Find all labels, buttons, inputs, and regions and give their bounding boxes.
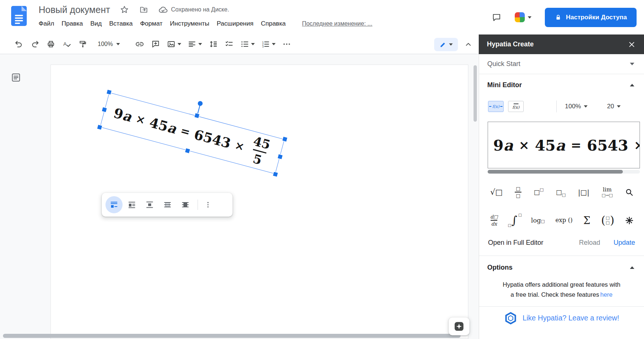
- checklist-button[interactable]: [224, 38, 234, 50]
- gear-icon: [625, 216, 634, 225]
- exp-symbol-button[interactable]: exp (): [555, 217, 572, 223]
- zoom-value: 100%: [98, 41, 113, 47]
- front-text-icon: [181, 200, 190, 209]
- more-options-button[interactable]: [282, 38, 292, 50]
- sum-symbol-button[interactable]: Σ: [583, 215, 591, 226]
- redo-button[interactable]: [30, 38, 40, 50]
- header-actions: Настройки Доступа: [492, 0, 637, 34]
- inline-equation-toggle[interactable]: f(x): [488, 101, 504, 112]
- chevron-down-icon: [272, 43, 276, 45]
- mini-editor-actions: Open in Full Editor Reload Update: [479, 239, 644, 247]
- lim-label: lim: [603, 187, 612, 192]
- absolute-value-symbol-button[interactable]: |□|: [578, 189, 589, 196]
- save-status-text: Сохранено на Диске.: [171, 6, 229, 13]
- paint-format-button[interactable]: [78, 38, 88, 50]
- wrap-inline-button[interactable]: [105, 196, 123, 213]
- options-section[interactable]: Options: [479, 256, 644, 279]
- menu-extensions[interactable]: Расширения: [213, 19, 257, 29]
- superscript-symbol-button[interactable]: □ □: [534, 189, 543, 195]
- preview-variable: a: [504, 136, 513, 154]
- menu-format[interactable]: Формат: [136, 19, 166, 29]
- symbol-search-button[interactable]: [625, 188, 634, 197]
- document-outline-icon: [11, 73, 21, 82]
- add-comment-button[interactable]: [151, 38, 160, 50]
- document-outline-button[interactable]: [10, 72, 22, 83]
- subscript-symbol-button[interactable]: □ □: [556, 189, 566, 195]
- open-full-editor-button[interactable]: Open in Full Editor: [488, 239, 543, 247]
- preview-scrollbar: [488, 170, 640, 174]
- close-icon: [628, 41, 635, 48]
- resize-handle-top-middle[interactable]: [195, 113, 199, 118]
- document-title[interactable]: Новый документ: [39, 4, 110, 15]
- vertical-scrollbar-thumb[interactable]: [474, 65, 477, 122]
- options-text-line1: Hypatia offers additional great features…: [502, 281, 620, 288]
- integral-symbol-button[interactable]: ∫ □ □: [508, 215, 520, 226]
- behind-text-icon: [163, 200, 172, 209]
- options-label: Options: [487, 264, 630, 271]
- print-button[interactable]: [46, 38, 56, 50]
- editor-zoom-select[interactable]: 100%: [565, 103, 588, 110]
- log-symbol-button[interactable]: log □: [531, 217, 545, 224]
- mini-editor-section[interactable]: Mini Editor: [479, 74, 644, 96]
- comment-history-icon[interactable]: [492, 13, 501, 22]
- save-status[interactable]: Сохранено на Диске.: [158, 5, 229, 14]
- bulleted-list-button[interactable]: [240, 38, 255, 50]
- editing-mode-button[interactable]: [434, 38, 458, 51]
- binomial-symbol-button[interactable]: ( □ □ ): [601, 215, 614, 226]
- share-button[interactable]: Настройки Доступа: [545, 8, 637, 27]
- menu-help[interactable]: Справка: [257, 19, 289, 29]
- hide-menus-button[interactable]: [463, 39, 474, 50]
- zoom-select[interactable]: 100%: [98, 41, 120, 47]
- sidebar-title: Hypatia Create: [487, 40, 627, 48]
- preview-scrollbar-thumb[interactable]: [488, 170, 623, 174]
- star-icon[interactable]: [120, 5, 129, 14]
- deriv-bar: [491, 220, 497, 221]
- menu-tools[interactable]: Инструменты: [166, 19, 213, 29]
- front-text-button[interactable]: [177, 196, 194, 213]
- undo-button[interactable]: [14, 38, 24, 50]
- wrap-text-button[interactable]: [123, 196, 140, 213]
- break-text-button[interactable]: [141, 196, 158, 213]
- docs-logo-icon[interactable]: [11, 6, 27, 26]
- spellcheck-button[interactable]: A: [62, 38, 72, 50]
- move-to-folder-icon[interactable]: [139, 5, 149, 14]
- integral-upper: □: [518, 213, 522, 217]
- menu-insert[interactable]: Вставка: [105, 19, 136, 29]
- editor-settings-button[interactable]: [625, 216, 634, 225]
- features-link[interactable]: here: [600, 291, 612, 298]
- limit-symbol-button[interactable]: lim □→□: [602, 187, 613, 197]
- display-equation-toggle[interactable]: f(x): [508, 101, 524, 112]
- search-icon: [625, 188, 634, 197]
- sparkle-fab-button[interactable]: [449, 317, 469, 335]
- numbered-list-button[interactable]: 1 2 3: [261, 38, 276, 50]
- chevron-down-icon: [528, 16, 531, 19]
- derivative-symbol-button[interactable]: d□ dx: [490, 214, 498, 227]
- toolbar: A 100%: [0, 34, 479, 54]
- quick-start-section[interactable]: Quick Start: [479, 54, 644, 74]
- sqrt-symbol-button[interactable]: √□: [490, 188, 502, 196]
- equation-preview[interactable]: 9a × 45a = 6543 ×: [488, 122, 640, 168]
- leave-review-link[interactable]: Like Hypatia? Leave a review!: [523, 314, 619, 322]
- chevron-up-icon: [630, 266, 634, 269]
- font-size-select[interactable]: 20: [607, 103, 621, 110]
- menu-file[interactable]: Файл: [35, 19, 58, 29]
- insert-image-button[interactable]: [167, 38, 181, 50]
- reload-button[interactable]: Reload: [579, 239, 600, 247]
- horizontal-scrollbar-thumb[interactable]: [3, 334, 461, 338]
- account-switcher[interactable]: [515, 12, 531, 22]
- close-sidebar-button[interactable]: [627, 40, 637, 49]
- insert-link-button[interactable]: [135, 38, 144, 50]
- controls-separator: [556, 101, 557, 112]
- frac-top: □: [516, 186, 520, 191]
- line-spacing-button[interactable]: [208, 38, 218, 50]
- menu-view[interactable]: Вид: [87, 19, 105, 29]
- fraction-denominator: 5: [249, 149, 266, 167]
- last-edit-link[interactable]: Последнее изменение: ...: [302, 20, 373, 27]
- preview-times: ×: [519, 138, 530, 152]
- behind-text-button[interactable]: [159, 196, 176, 213]
- fraction-symbol-button[interactable]: □ □: [515, 186, 521, 198]
- image-more-options-button[interactable]: [202, 197, 214, 212]
- menu-edit[interactable]: Правка: [58, 19, 87, 29]
- update-button[interactable]: Update: [614, 239, 635, 247]
- align-button[interactable]: [188, 38, 202, 50]
